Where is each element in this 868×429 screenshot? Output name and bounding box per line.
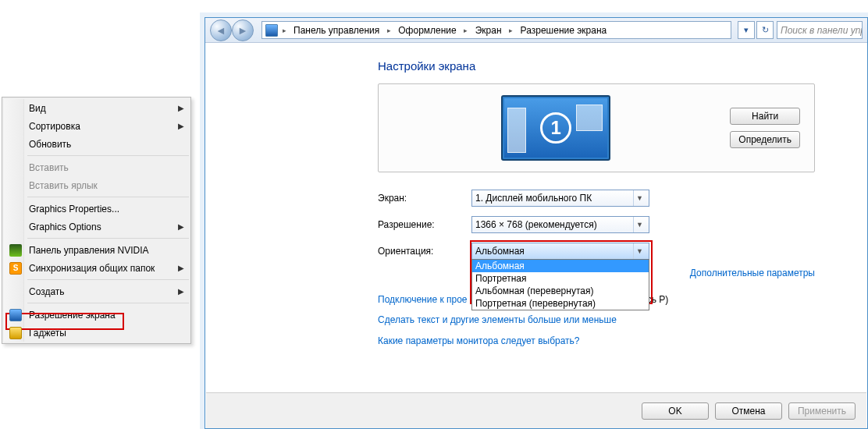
menu-label: Разрешение экрана: [26, 310, 187, 321]
submenu-arrow-icon: ▶: [175, 122, 187, 130]
additional-params-link[interactable]: Дополнительные параметры: [690, 268, 815, 278]
menu-item-nvidia[interactable]: Панель управления NVIDIA: [4, 241, 189, 259]
display-preview-box: 1 Найти Определить: [378, 83, 815, 172]
orientation-select[interactable]: Альбомная ▼: [471, 243, 649, 260]
display-icon: [5, 306, 26, 324]
orientation-option[interactable]: Портретная (перевернутая): [472, 297, 649, 310]
menu-label: Синхронизация общих папок: [26, 263, 175, 274]
blank-icon: [5, 282, 26, 300]
combo-value: Альбомная: [475, 246, 633, 257]
monitor-preview-wrap: 1: [393, 95, 719, 161]
menu-item-paste: Вставить: [4, 158, 189, 176]
breadcrumb-label: Панель управления: [293, 25, 379, 36]
nav-toolbar: ◄ ► ▸ Панель управления ▸ Оформление ▸ Э…: [205, 18, 867, 43]
address-bar-extras: ▾ ↻: [738, 21, 774, 39]
search-placeholder: Поиск в панели упр: [781, 25, 863, 36]
monitor-number: 1: [540, 112, 571, 144]
control-panel-icon: [265, 24, 278, 37]
breadcrumb-label: Разрешение экрана: [521, 25, 607, 36]
chevron-right-icon: ▸: [507, 27, 516, 34]
refresh-button[interactable]: ↻: [756, 21, 774, 39]
screen-row: Экран: 1. Дисплей мобильного ПК ▼: [378, 190, 843, 207]
orientation-option[interactable]: Портретная: [472, 272, 649, 285]
address-dropdown-button[interactable]: ▾: [738, 21, 755, 39]
resolution-select[interactable]: 1366 × 768 (рекомендуется) ▼: [471, 216, 649, 233]
blank-icon: [5, 135, 26, 153]
breadcrumb-item[interactable]: Экран: [472, 22, 505, 38]
blank-icon: [5, 158, 26, 176]
combo-value: 1. Дисплей мобильного ПК: [475, 193, 633, 204]
menu-separator: [27, 155, 189, 156]
resolution-label: Разрешение:: [378, 219, 471, 230]
screen-label: Экран:: [378, 193, 471, 204]
combo-value: 1366 × 768 (рекомендуется): [475, 219, 633, 230]
menu-separator: [27, 238, 189, 239]
cancel-button[interactable]: Отмена: [715, 402, 782, 420]
blank-icon: [5, 218, 26, 236]
menu-separator: [27, 303, 189, 303]
menu-item-view[interactable]: Вид ▶: [4, 99, 189, 117]
menu-label: Вставить ярлык: [26, 180, 187, 191]
menu-item-screen-resolution[interactable]: Разрешение экрана: [4, 306, 189, 324]
menu-separator: [27, 279, 189, 280]
blank-icon: [5, 117, 26, 135]
menu-label: Панель управления NVIDIA: [26, 245, 187, 256]
page-title: Настройки экрана: [378, 59, 843, 73]
dialog-footer: OK Отмена Применить: [206, 392, 866, 428]
sync-folders-icon: S: [5, 259, 26, 277]
chevron-down-icon: ▼: [633, 217, 646, 232]
apply-button[interactable]: Применить: [788, 402, 856, 420]
menu-label: Вставить: [26, 162, 187, 173]
nvidia-icon: [5, 241, 26, 259]
menu-item-sync-folders[interactable]: S Синхронизация общих папок ▶: [4, 259, 189, 277]
breadcrumb-item[interactable]: Оформление: [395, 22, 459, 38]
ok-button[interactable]: OK: [642, 402, 709, 420]
address-bar[interactable]: ▸ Панель управления ▸ Оформление ▸ Экран…: [261, 21, 731, 39]
blank-icon: [5, 99, 26, 117]
menu-label: Сортировка: [26, 121, 175, 132]
chevron-down-icon: ▼: [633, 243, 646, 259]
menu-item-new[interactable]: Создать ▶: [4, 282, 189, 300]
chevron-right-icon: ▸: [461, 27, 471, 34]
monitor-help-link[interactable]: Какие параметры монитора следует выбрать…: [378, 335, 580, 346]
orientation-label: Ориентация:: [378, 246, 471, 257]
menu-label: Вид: [26, 103, 175, 114]
screen-select[interactable]: 1. Дисплей мобильного ПК ▼: [471, 190, 649, 207]
blank-icon: [5, 200, 26, 218]
menu-item-paste-shortcut: Вставить ярлык: [4, 176, 189, 194]
breadcrumb-item[interactable]: Разрешение экрана: [518, 22, 610, 38]
nav-forward-button[interactable]: ►: [232, 20, 254, 41]
menu-item-refresh[interactable]: Обновить: [4, 135, 189, 153]
find-button[interactable]: Найти: [730, 108, 800, 125]
menu-separator: [27, 197, 189, 197]
resolution-row: Разрешение: 1366 × 768 (рекомендуется) ▼: [378, 216, 843, 233]
orientation-dropdown: Альбомная Портретная Альбомная (переверн…: [471, 259, 649, 310]
orientation-row: Ориентация: Альбомная ▼ Альбомная Портре…: [378, 243, 843, 260]
orientation-option[interactable]: Альбомная: [472, 260, 649, 272]
nav-back-button[interactable]: ◄: [210, 20, 232, 41]
submenu-arrow-icon: ▶: [175, 222, 187, 231]
nav-buttons: ◄ ►: [210, 20, 254, 41]
breadcrumb-item[interactable]: Панель управления: [290, 22, 382, 38]
menu-label: Graphics Options: [26, 222, 175, 232]
menu-item-gadgets[interactable]: Гаджеты: [4, 324, 189, 342]
monitor-preview[interactable]: 1: [501, 95, 610, 161]
projector-link[interactable]: Подключение к прое: [378, 294, 468, 305]
chevron-right-icon: ▸: [279, 27, 289, 34]
breadcrumb-label: Оформление: [398, 25, 456, 36]
menu-item-graphics-options[interactable]: Graphics Options ▶: [4, 218, 189, 236]
gadgets-icon: [5, 324, 26, 342]
text-size-link[interactable]: Сделать текст и другие элементы больше и…: [378, 314, 617, 325]
breadcrumb-label: Экран: [475, 25, 502, 36]
menu-label: Graphics Properties...: [26, 204, 187, 214]
detect-button[interactable]: Определить: [730, 131, 800, 148]
orientation-option[interactable]: Альбомная (перевернутая): [472, 285, 649, 297]
menu-item-sort[interactable]: Сортировка ▶: [4, 117, 189, 135]
menu-item-graphics-properties[interactable]: Graphics Properties...: [4, 200, 189, 218]
control-panel-window: ◄ ► ▸ Панель управления ▸ Оформление ▸ Э…: [205, 17, 868, 429]
blank-icon: [5, 176, 26, 194]
chevron-down-icon: ▼: [633, 190, 646, 206]
preview-buttons: Найти Определить: [730, 108, 800, 148]
submenu-arrow-icon: ▶: [175, 264, 187, 272]
search-input[interactable]: Поиск в панели упр: [777, 21, 863, 39]
